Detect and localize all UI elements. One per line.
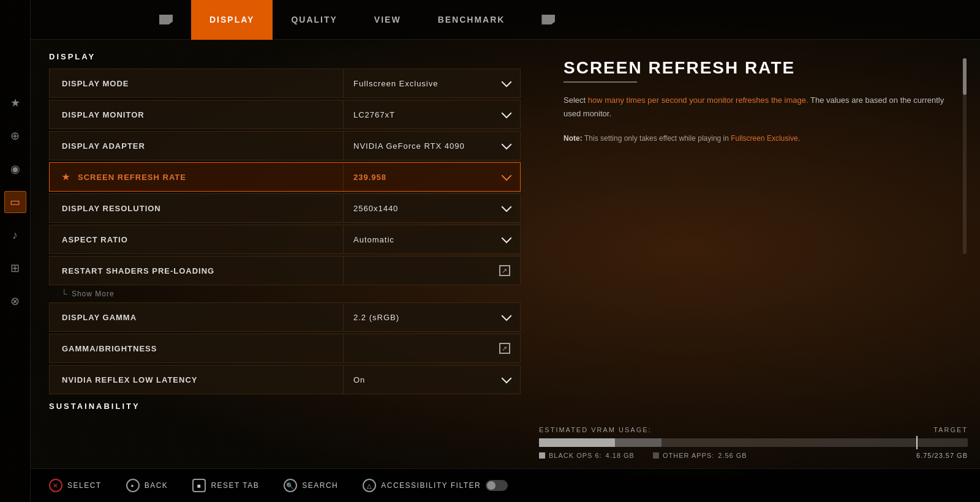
nvidia-reflex-row[interactable]: NVIDIA Reflex Low Latency On: [49, 365, 521, 394]
display-monitor-chevron: [502, 108, 512, 119]
vram-target-line: [916, 436, 918, 449]
vram-bo6-label: BLACK OPS 6:: [549, 452, 602, 459]
vram-bar-container: [539, 438, 968, 447]
panel-desc-highlight: how many times per second your monitor r…: [588, 96, 809, 105]
settings-list: Display Mode Fullscreen Exclusive Displa…: [49, 69, 521, 285]
aspect-ratio-value[interactable]: Automatic: [344, 225, 520, 253]
panel-note: Note: This setting only takes effect whi…: [564, 133, 956, 144]
panel-description: Select how many times per second your mo…: [564, 94, 956, 121]
back-label: BACK: [145, 481, 168, 490]
tab-display[interactable]: DISPLAY: [191, 0, 273, 40]
gamma-brightness-external-icon[interactable]: [499, 343, 510, 354]
display-adapter-value[interactable]: NVIDIA GeForce RTX 4090: [344, 132, 520, 160]
vram-other-dot: [653, 452, 659, 459]
select-action[interactable]: ✕ SELECT: [49, 479, 102, 492]
search-action[interactable]: 🔍 SEARCH: [284, 479, 338, 492]
sidebar-icon-audio[interactable]: ♪: [4, 224, 26, 246]
search-label: SEARCH: [302, 481, 338, 490]
panel-note-text: This setting only takes effect while pla…: [584, 134, 731, 143]
panel-note-link: Fullscreen Exclusive: [731, 134, 797, 143]
nvidia-reflex-label: NVIDIA Reflex Low Latency: [50, 365, 344, 394]
vram-bar-bo6: [539, 438, 615, 447]
tab-icon-left[interactable]: [141, 0, 191, 40]
sidebar: ★ ⊕ ◉ ▭ ♪ ⊞ ⊗: [0, 0, 31, 502]
accessibility-icon: △: [363, 479, 376, 492]
display-gamma-label: Display Gamma: [50, 303, 344, 331]
display-resolution-row[interactable]: Display Resolution 2560x1440: [49, 193, 521, 223]
accessibility-action[interactable]: △ ACCESSIBILITY FILTER: [363, 479, 508, 492]
display-gamma-row[interactable]: Display Gamma 2.2 (sRGB): [49, 302, 521, 332]
aspect-ratio-label: Aspect Ratio: [50, 225, 344, 253]
show-more-arrow-icon: └: [61, 289, 68, 299]
display-monitor-value[interactable]: LC2767xT: [344, 100, 520, 129]
vram-total: 6.75/23.57 GB: [916, 452, 968, 459]
screen-refresh-rate-value[interactable]: 239.958: [344, 163, 520, 191]
nvidia-reflex-value[interactable]: On: [344, 365, 520, 394]
display-gamma-value[interactable]: 2.2 (sRGB): [344, 303, 520, 331]
gamma-brightness-row[interactable]: Gamma/Brightness: [49, 334, 521, 363]
sustainability-title: SUSTAINABILITY: [49, 402, 521, 411]
top-nav: DISPLAY QUALITY VIEW BENCHMARK: [31, 0, 980, 40]
display-monitor-row[interactable]: Display Monitor LC2767xT: [49, 100, 521, 129]
sidebar-icon-network[interactable]: ⊗: [4, 290, 26, 312]
show-more[interactable]: └ Show More: [49, 285, 521, 302]
sidebar-icon-controller[interactable]: ⊕: [4, 125, 26, 147]
nav-left-icon: [159, 15, 173, 24]
restart-shaders-external-icon[interactable]: [499, 265, 510, 276]
aspect-ratio-chevron: [502, 233, 512, 244]
back-action[interactable]: ● BACK: [126, 479, 168, 492]
display-mode-chevron: [502, 77, 512, 88]
select-label: SELECT: [67, 481, 102, 490]
refresh-rate-chevron: [502, 171, 512, 181]
nav-right-icon: [541, 15, 555, 24]
right-panel: Screen Refresh Rate Select how many time…: [539, 40, 980, 468]
extra-settings-list: Display Gamma 2.2 (sRGB) Gamma/Brightnes…: [49, 302, 521, 394]
vram-title: ESTIMATED VRAM USAGE:: [539, 426, 652, 433]
vram-bo6-dot: [539, 452, 545, 459]
restart-shaders-label: Restart Shaders Pre-Loading: [50, 257, 344, 285]
screen-refresh-rate-label: ★ Screen Refresh Rate: [50, 163, 344, 191]
display-monitor-label: Display Monitor: [50, 100, 344, 129]
bottom-bar: ✕ SELECT ● BACK ■ RESET TAB 🔍 SEARCH △ A…: [31, 468, 980, 502]
panel-desc-prefix: Select: [564, 96, 588, 105]
display-adapter-chevron: [502, 140, 512, 150]
screen-refresh-rate-row[interactable]: ★ Screen Refresh Rate 239.958: [49, 162, 521, 192]
search-icon: 🔍: [284, 479, 297, 492]
display-resolution-label: Display Resolution: [50, 194, 344, 222]
tab-benchmark[interactable]: BENCHMARK: [420, 0, 524, 40]
tab-quality[interactable]: QUALITY: [273, 0, 355, 40]
select-icon: ✕: [49, 479, 62, 492]
vram-bar-other: [615, 438, 662, 447]
vram-bo6-value: 4.18 GB: [606, 452, 635, 459]
sidebar-icon-interface[interactable]: ⊞: [4, 257, 26, 279]
gamma-brightness-value[interactable]: [344, 334, 520, 362]
vram-target-label: TARGET: [933, 426, 968, 433]
vram-header: ESTIMATED VRAM USAGE: TARGET: [539, 426, 968, 433]
display-adapter-row[interactable]: Display Adapter NVIDIA GeForce RTX 4090: [49, 131, 521, 160]
panel-title: Screen Refresh Rate: [564, 58, 795, 78]
sidebar-icon-gamepad[interactable]: ◉: [4, 158, 26, 180]
vram-section: ESTIMATED VRAM USAGE: TARGET BLACK OPS 6…: [539, 426, 968, 459]
aspect-ratio-row[interactable]: Aspect Ratio Automatic: [49, 225, 521, 254]
restart-shaders-row[interactable]: Restart Shaders Pre-Loading: [49, 256, 521, 285]
sidebar-icon-favorites[interactable]: ★: [4, 92, 26, 114]
reset-tab-action[interactable]: ■ RESET TAB: [192, 479, 259, 492]
restart-shaders-value[interactable]: [344, 257, 520, 285]
vram-other-value: 2.56 GB: [718, 452, 747, 459]
display-adapter-label: Display Adapter: [50, 132, 344, 160]
sustainability-section: SUSTAINABILITY: [49, 402, 521, 411]
display-mode-row[interactable]: Display Mode Fullscreen Exclusive: [49, 69, 521, 98]
sidebar-icon-display[interactable]: ▭: [4, 191, 26, 213]
accessibility-toggle[interactable]: [486, 480, 508, 491]
tab-view[interactable]: VIEW: [356, 0, 420, 40]
display-mode-value[interactable]: Fullscreen Exclusive: [344, 69, 520, 97]
refresh-rate-star: ★: [62, 172, 70, 182]
vram-other-label: OTHER APPS:: [663, 452, 714, 459]
vram-legend-bo6: BLACK OPS 6: 4.18 GB: [539, 452, 635, 459]
nvidia-reflex-chevron: [502, 373, 512, 384]
panel-note-label: Note:: [564, 134, 584, 143]
reset-tab-label: RESET TAB: [211, 481, 259, 490]
back-icon: ●: [126, 479, 140, 492]
display-resolution-value[interactable]: 2560x1440: [344, 194, 520, 222]
tab-icon-right[interactable]: [523, 0, 573, 40]
